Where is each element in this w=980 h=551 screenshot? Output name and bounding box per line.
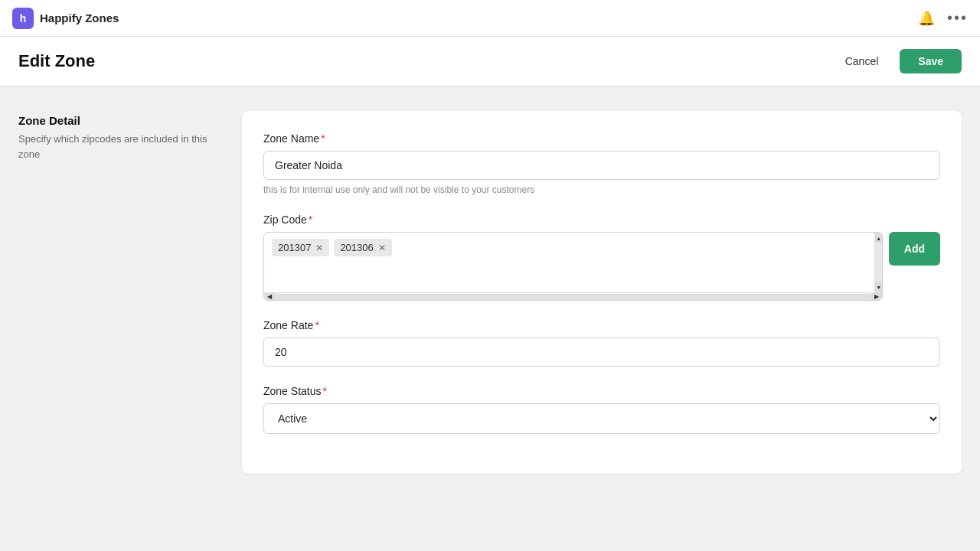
zone-status-label: Zone Status* xyxy=(263,385,940,397)
zone-rate-group: Zone Rate* xyxy=(263,319,940,367)
zipcode-box[interactable]: 201307 ✕ 201306 ✕ ▲ ▼ xyxy=(263,232,883,301)
zip-code-label: Zip Code* xyxy=(263,214,940,226)
zip-remove-1[interactable]: ✕ xyxy=(315,243,323,253)
topbar-right: 🔔 ••• xyxy=(918,9,968,27)
page-header: Edit Zone Cancel Save xyxy=(0,37,980,86)
vertical-scrollbar[interactable]: ▲ ▼ xyxy=(874,233,882,292)
zone-status-group: Zone Status* Active Inactive xyxy=(263,385,940,434)
zone-name-hint: this is for internal use only and will n… xyxy=(263,184,940,195)
app-icon: h xyxy=(12,8,34,29)
required-star-status: * xyxy=(323,385,327,397)
zip-value-1: 201307 xyxy=(278,242,311,253)
section-description: Specify which zipcodes are included in t… xyxy=(18,132,217,161)
zip-code-group: Zip Code* 201307 ✕ 201306 ✕ xyxy=(263,214,940,301)
section-title: Zone Detail xyxy=(18,114,217,127)
scroll-track xyxy=(875,243,882,282)
header-actions: Cancel Save xyxy=(833,49,962,73)
scroll-bar-area xyxy=(275,294,871,300)
main-content: Zone Detail Specify which zipcodes are i… xyxy=(0,86,980,498)
scroll-left-button[interactable]: ◀ xyxy=(264,293,275,301)
zipcode-wrapper: 201307 ✕ 201306 ✕ ▲ ▼ xyxy=(263,232,940,301)
required-star-rate: * xyxy=(315,319,318,331)
zone-status-select[interactable]: Active Inactive xyxy=(263,403,940,434)
zip-value-2: 201306 xyxy=(340,242,373,253)
zone-name-label: Zone Name* xyxy=(263,132,940,145)
zip-remove-2[interactable]: ✕ xyxy=(378,243,386,253)
add-zipcode-button[interactable]: Add xyxy=(889,232,940,266)
required-star: * xyxy=(321,132,325,145)
zipcode-tags: 201307 ✕ 201306 ✕ xyxy=(272,239,874,256)
app-title: Happify Zones xyxy=(40,11,119,24)
more-options-icon[interactable]: ••• xyxy=(947,9,968,27)
cancel-button[interactable]: Cancel xyxy=(833,49,891,73)
scroll-down-button[interactable]: ▼ xyxy=(875,282,883,292)
zone-name-group: Zone Name* this is for internal use only… xyxy=(263,132,940,195)
page-title: Edit Zone xyxy=(18,51,95,71)
horizontal-scrollbar[interactable]: ◀ ▶ xyxy=(264,292,882,300)
zone-rate-input[interactable] xyxy=(263,337,940,367)
scroll-up-button[interactable]: ▲ xyxy=(875,233,883,243)
topbar: h Happify Zones 🔔 ••• xyxy=(0,0,980,37)
zip-tag-1: 201307 ✕ xyxy=(272,239,329,256)
zip-tag-2: 201306 ✕ xyxy=(334,239,391,256)
bell-icon[interactable]: 🔔 xyxy=(918,10,935,27)
zone-name-input[interactable] xyxy=(263,151,940,180)
save-button[interactable]: Save xyxy=(900,49,962,73)
zone-rate-label: Zone Rate* xyxy=(263,319,940,331)
scroll-right-button[interactable]: ▶ xyxy=(871,293,882,301)
left-panel: Zone Detail Specify which zipcodes are i… xyxy=(18,111,217,474)
required-star-zip: * xyxy=(309,214,312,226)
form-card: Zone Name* this is for internal use only… xyxy=(242,111,962,474)
topbar-left: h Happify Zones xyxy=(12,8,119,29)
